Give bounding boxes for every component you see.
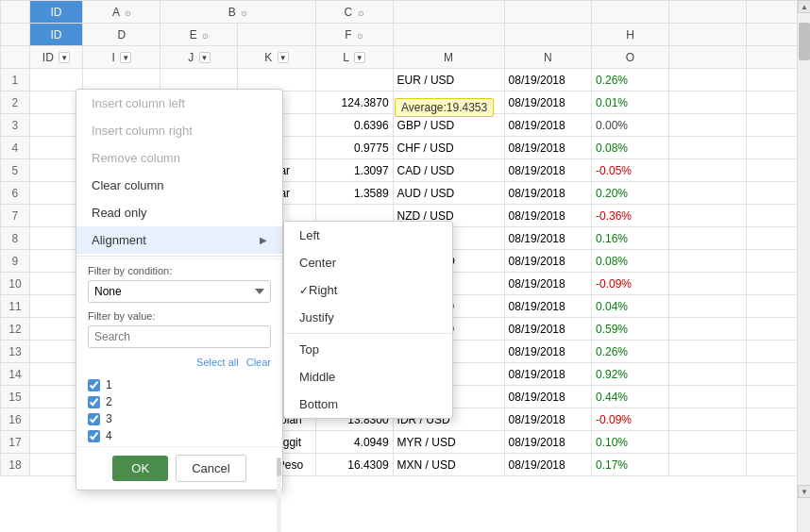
corner-header xyxy=(1,1,30,24)
table-row: 1 EUR / USD 08/19/2018 0.26% xyxy=(1,69,810,91)
menu-item-insert-col-left[interactable]: Insert column left xyxy=(76,90,282,117)
align-bottom-item[interactable]: Bottom xyxy=(284,391,452,418)
col-header-b[interactable]: B ⊙ xyxy=(160,1,315,24)
align-top-item[interactable]: Top xyxy=(284,336,452,363)
menu-separator xyxy=(76,256,282,257)
checkbox-item-3: 3 xyxy=(88,410,271,427)
sort-icon-a: ⊙ xyxy=(125,9,131,18)
col-header-id[interactable]: ID xyxy=(29,1,82,24)
checkbox-item-1: 1 xyxy=(88,376,271,393)
right-scrollbar[interactable]: ▲ ▼ xyxy=(797,0,810,532)
col-header-empty11 xyxy=(669,46,747,69)
filter-condition-label: Filter by condition: xyxy=(88,265,271,276)
col-header-id2[interactable]: ID xyxy=(29,24,82,46)
checkbox-3[interactable] xyxy=(88,413,100,425)
menu-item-read-only[interactable]: Read only xyxy=(76,199,282,226)
col-header-e[interactable]: E ⊙ xyxy=(160,24,238,46)
cell-p xyxy=(669,69,747,91)
scrollbar-track-area xyxy=(798,13,810,485)
cell-m: EUR / USD xyxy=(393,69,504,91)
select-all-row: Select all Clear xyxy=(76,357,282,372)
col-header-j[interactable]: J ▼ xyxy=(160,46,238,69)
col-header-c[interactable]: C ⊙ xyxy=(315,1,393,24)
dialog-buttons: OK Cancel xyxy=(76,446,282,490)
menu-scrollbar[interactable] xyxy=(277,457,281,532)
cell-i xyxy=(83,69,160,91)
checkbox-item-4: 4 xyxy=(88,427,271,444)
col-header-o[interactable]: O xyxy=(591,46,668,69)
col-header-empty6 xyxy=(238,24,315,46)
col-header-i[interactable]: I ▼ xyxy=(83,46,160,69)
filter-icon-l[interactable]: ▼ xyxy=(354,52,365,63)
scroll-up-button[interactable]: ▲ xyxy=(798,0,810,13)
filter-value-label: Filter by value: xyxy=(88,310,271,322)
filter-icon-j[interactable]: ▼ xyxy=(199,52,211,63)
select-all-link[interactable]: Select all xyxy=(196,357,239,368)
filter-icon-i[interactable]: ▼ xyxy=(120,52,131,63)
menu-item-remove-column[interactable]: Remove column xyxy=(76,144,282,172)
search-input[interactable] xyxy=(88,325,271,348)
col-header-empty8 xyxy=(504,24,591,46)
col-header-l[interactable]: L ▼ xyxy=(315,46,393,69)
alignment-submenu: Left Center ✓ Right Justify Top Middle B… xyxy=(283,221,453,419)
col-header-empty1 xyxy=(393,1,504,24)
filter-condition-select[interactable]: None Is empty Is not empty Text contains xyxy=(88,280,271,303)
sort-icon-e: ⊙ xyxy=(202,32,209,41)
align-right-item[interactable]: ✓ Right xyxy=(284,276,452,304)
row-num: 1 xyxy=(1,69,30,91)
ok-button[interactable]: OK xyxy=(112,456,168,481)
spreadsheet: ID A ⊙ B ⊙ C ⊙ ID D E ⊙ xyxy=(0,0,810,532)
align-middle-item[interactable]: Middle xyxy=(284,363,452,391)
sort-icon-c: ⊙ xyxy=(358,9,364,18)
cell-k xyxy=(238,69,315,91)
cancel-button[interactable]: Cancel xyxy=(176,455,245,482)
col-header-id3[interactable]: ID ▼ xyxy=(29,46,82,69)
col-header-a[interactable]: A ⊙ xyxy=(83,1,160,24)
col-header-d[interactable]: D xyxy=(83,24,160,46)
cell-l: 124.3870 xyxy=(315,91,393,114)
context-menu: Insert column left Insert column right R… xyxy=(76,89,283,490)
corner-header2 xyxy=(1,24,30,46)
align-center-item[interactable]: Center xyxy=(284,249,452,276)
cell-n: 08/19/2018 xyxy=(504,69,591,91)
alignment-separator xyxy=(284,333,452,334)
filter-by-value-section: Filter by value: xyxy=(76,307,282,354)
col-header-m[interactable]: M xyxy=(393,46,504,69)
menu-item-alignment[interactable]: Alignment ▶ xyxy=(76,226,282,254)
menu-scrollbar-thumb xyxy=(277,457,281,476)
col-header-empty4 xyxy=(669,1,747,24)
align-left-item[interactable]: Left xyxy=(284,222,452,249)
cell-o: 0.26% xyxy=(591,69,668,91)
clear-link[interactable]: Clear xyxy=(246,357,271,368)
col-header-h[interactable]: H xyxy=(591,24,668,46)
scroll-down-button[interactable]: ▼ xyxy=(798,485,810,498)
checkbox-4[interactable] xyxy=(88,430,100,442)
col-header-empty3 xyxy=(591,1,668,24)
menu-item-insert-col-right[interactable]: Insert column right xyxy=(76,117,282,144)
col-header-empty9 xyxy=(669,24,747,46)
cell-l xyxy=(315,69,393,91)
checkbox-2[interactable] xyxy=(88,396,100,408)
filter-icon-id[interactable]: ▼ xyxy=(59,52,70,63)
cell-id xyxy=(29,69,82,91)
corner-header3 xyxy=(1,46,30,69)
menu-item-clear-column[interactable]: Clear column xyxy=(76,172,282,199)
col-header-empty2 xyxy=(504,1,591,24)
checkbox-item-2: 2 xyxy=(88,393,271,410)
row-num: 2 xyxy=(1,91,30,114)
col-header-empty7 xyxy=(393,24,504,46)
col-header-k[interactable]: K ▼ xyxy=(238,46,315,69)
sort-icon-f: ⊙ xyxy=(357,32,363,41)
checkbox-1[interactable] xyxy=(88,379,100,391)
filter-by-condition-section: Filter by condition: None Is empty Is no… xyxy=(76,258,282,307)
align-justify-item[interactable]: Justify xyxy=(284,304,452,331)
col-header-n[interactable]: N xyxy=(504,46,591,69)
sort-icon-b: ⊙ xyxy=(241,9,247,18)
filter-icon-k[interactable]: ▼ xyxy=(278,52,289,63)
cell-j xyxy=(160,69,238,91)
checkmark-icon: ✓ xyxy=(299,284,309,297)
col-header-f[interactable]: F ⊙ xyxy=(315,24,393,46)
scrollbar-grip[interactable] xyxy=(799,23,810,60)
checkbox-list: 1 2 3 4 xyxy=(76,374,282,446)
average-bar: Average:19.4353 xyxy=(395,98,494,117)
